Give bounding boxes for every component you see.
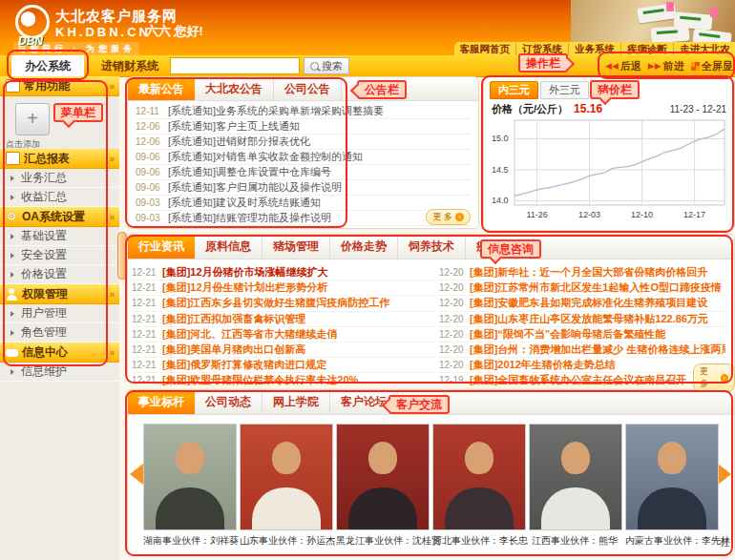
tab-price-trend[interactable]: 价格走势 bbox=[330, 235, 398, 259]
news-link[interactable]: [集团]全国畜牧系统办公室主任会议在南昌召开 bbox=[470, 373, 686, 387]
news-link[interactable]: [集团]新华社：近一个月全国大部省份猪肉价格回升 bbox=[470, 265, 707, 280]
sidebar-section-permissions[interactable]: 权限管理 » bbox=[0, 284, 119, 304]
top-link-diagnosis[interactable]: 疾病诊断 bbox=[621, 43, 674, 56]
sidebar-item-business-summary[interactable]: 业务汇总 bbox=[0, 169, 119, 188]
sidebar-item-role-management[interactable]: 角色管理 bbox=[0, 323, 119, 342]
news-link[interactable]: [集团]台州：消费增加出栏量减少 生猪价格连续上涨两周 bbox=[470, 342, 725, 357]
news-link[interactable]: [集团]12月份生猪计划出栏形势分析 bbox=[162, 280, 328, 295]
svg-text:15.0: 15.0 bbox=[492, 134, 509, 143]
partner-caption-partial: 江 bbox=[721, 536, 730, 550]
news-link[interactable]: [集团]2012年生猪价格走势总结 bbox=[470, 358, 616, 372]
tab-industry-news[interactable]: 行业资讯 bbox=[128, 235, 195, 259]
partner-photo[interactable] bbox=[432, 424, 526, 530]
header-product-photo bbox=[571, 0, 735, 48]
forward-button[interactable]: ▶▶前进 bbox=[648, 59, 684, 73]
notice-link[interactable]: [系统通知]业务系统的采购单新增采购调整摘要 bbox=[168, 104, 384, 118]
top-link-home[interactable]: 客服网首页 bbox=[454, 43, 517, 56]
news-link[interactable]: [集团]12月份猪价市场涨幅继续扩大 bbox=[162, 265, 328, 280]
news-row: 12-20[集团]安徽肥东县如期完成标准化生猪养殖项目建设 bbox=[439, 296, 725, 311]
sidebar-section-common[interactable]: 常用功能 » bbox=[0, 76, 119, 96]
news-link[interactable]: [集团]安徽肥东县如期完成标准化生猪养殖项目建设 bbox=[470, 296, 707, 310]
tab-feeding-tech[interactable]: 饲养技术 bbox=[398, 235, 466, 259]
partner-photo[interactable] bbox=[336, 424, 430, 530]
sidebar-collapse-handle[interactable] bbox=[117, 232, 127, 280]
chevron-down-icon: » bbox=[109, 81, 115, 92]
news-link[interactable]: [集团]河北、江西等省市大猪继续走俏 bbox=[162, 327, 337, 342]
tab-online-academy[interactable]: 网上学院 bbox=[262, 390, 330, 414]
notice-link[interactable]: [系统通知]结账管理功能及操作说明 bbox=[168, 211, 331, 225]
news-left-column: 12-21[集团]12月份猪价市场涨幅继续扩大 12-21[集团]12月份生猪计… bbox=[132, 265, 434, 389]
sidebar-item-basic-settings[interactable]: 基础设置 bbox=[0, 227, 119, 246]
news-row: 12-20[集团]台州：消费增加出栏量减少 生猪价格连续上涨两周 bbox=[439, 342, 725, 358]
news-date: 12-20 bbox=[439, 329, 470, 340]
add-shortcut-button[interactable]: + bbox=[15, 103, 50, 135]
svg-text:14.0: 14.0 bbox=[492, 196, 509, 205]
tab-jxc-system[interactable]: 进销财系统 bbox=[94, 55, 166, 76]
notice-link[interactable]: [系统通知]客户主页上线通知 bbox=[168, 119, 300, 134]
tab-business-models[interactable]: 事业标杆 bbox=[128, 390, 195, 414]
tab-material-info[interactable]: 原料信息 bbox=[195, 235, 262, 259]
annotation-label-operation-bar: 操作栏 bbox=[518, 53, 568, 73]
notice-link[interactable]: [系统通知]进销财部分报表优化 bbox=[168, 135, 310, 149]
notice-date: 12-06 bbox=[136, 136, 168, 147]
news-link[interactable]: [集团]俄罗斯打算修改猪肉进口规定 bbox=[162, 358, 326, 372]
top-nav: 客服网首页 订货系统 业务系统 疾病诊断 走进大北农 bbox=[454, 42, 735, 56]
carousel-prev-button[interactable] bbox=[130, 464, 143, 485]
news-more-button[interactable]: 更 多› bbox=[693, 363, 735, 392]
fullscreen-button[interactable]: 全屏显示 bbox=[691, 59, 735, 73]
sidebar-item-info-maintenance[interactable]: 信息维护 bbox=[0, 363, 119, 382]
chevron-down-icon: » bbox=[109, 212, 115, 222]
news-link[interactable]: [集团]江苏常州市新北区发生1起输入性O型口蹄疫疫情 bbox=[470, 280, 722, 295]
news-link[interactable]: [集团]欧盟母猪限位栏禁令执行率未达20% bbox=[162, 373, 358, 387]
sidebar-item-user-management[interactable]: 用户管理 bbox=[0, 304, 119, 323]
sidebar-section-reports[interactable]: 汇总报表 » bbox=[0, 149, 119, 169]
partner-photo[interactable] bbox=[240, 424, 333, 530]
tab-company-notices[interactable]: 公司公告 bbox=[274, 77, 342, 100]
annotation-label-menu-bar: 菜单栏 bbox=[53, 103, 103, 122]
sidebar-item-income-summary[interactable]: 收益汇总 bbox=[0, 188, 119, 207]
chevron-down-icon: » bbox=[109, 347, 115, 358]
notice-link[interactable]: [系统通知]建议及时系统结账通知 bbox=[168, 196, 321, 210]
search-input[interactable] bbox=[170, 57, 300, 74]
tab-farm-management[interactable]: 猪场管理 bbox=[262, 235, 330, 259]
section-title: 权限管理 bbox=[22, 286, 68, 302]
more-arrow-icon: › bbox=[455, 213, 464, 221]
tab-office-system[interactable]: 办公系统 bbox=[11, 55, 84, 76]
tab-internal-ternary[interactable]: 内三元 bbox=[490, 81, 538, 99]
news-link[interactable]: [集团]“限饲不当”会影响母猪后备繁殖性能 bbox=[470, 327, 665, 342]
tab-latest-notices[interactable]: 最新公告 bbox=[128, 77, 195, 100]
notice-link[interactable]: [系统通知]调整仓库设置中仓库编号 bbox=[168, 165, 331, 179]
tab-external-ternary[interactable]: 外三元 bbox=[540, 81, 589, 99]
news-link[interactable]: [集团]美国单月猪肉出口创新高 bbox=[162, 342, 305, 357]
sidebar-item-price-settings[interactable]: 价格设置 bbox=[0, 265, 119, 284]
sidebar-section-oa-settings[interactable]: ⚙ OA系统设置 » bbox=[0, 207, 119, 227]
partner-photo[interactable] bbox=[529, 424, 622, 530]
price-unit-label: 价格（元/公斤） bbox=[492, 102, 568, 116]
news-link[interactable]: [集团]山东枣庄山亭区发放能繁母猪补贴122.86万元 bbox=[470, 312, 708, 326]
sidebar-section-info-center[interactable]: 信息中心 » bbox=[0, 342, 119, 363]
top-link-about[interactable]: 走进大北农 bbox=[674, 43, 735, 56]
partner-photo[interactable] bbox=[625, 424, 719, 530]
carousel-next-button[interactable] bbox=[718, 464, 731, 485]
sidebar-item-security-settings[interactable]: 安全设置 bbox=[0, 246, 119, 265]
notice-link[interactable]: [系统通知]对销售单实收款金额控制的通知 bbox=[168, 150, 363, 164]
partner-photo[interactable] bbox=[143, 424, 237, 530]
notice-row: 12-06[系统通知]进销财部分报表优化 bbox=[136, 135, 471, 150]
fullscreen-icon bbox=[691, 62, 700, 71]
partner-caption: 黑龙江事业伙伴：沈桂贤 bbox=[336, 534, 428, 548]
back-button[interactable]: ◀◀后退 bbox=[605, 59, 641, 73]
notice-date: 09-03 bbox=[136, 197, 168, 208]
news-date: 12-21 bbox=[132, 267, 162, 278]
tab-company-news[interactable]: 公司动态 bbox=[195, 390, 262, 414]
news-link[interactable]: [集团]江西拟加强畜禽标识管理 bbox=[162, 312, 305, 326]
tab-dbn-notices[interactable]: 大北农公告 bbox=[195, 77, 274, 100]
doc-icon bbox=[6, 79, 20, 93]
notice-more-button[interactable]: 更 多› bbox=[426, 209, 471, 225]
notice-link[interactable]: [系统通知]客户归属功能以及操作说明 bbox=[168, 180, 342, 195]
top-link-business[interactable]: 业务系统 bbox=[569, 43, 621, 56]
notice-row: 12-11[系统通知]业务系统的采购单新增采购调整摘要 bbox=[136, 104, 471, 119]
search-button[interactable]: 搜索 bbox=[304, 57, 349, 74]
user-greeting: 六六 您好! bbox=[146, 23, 203, 40]
news-link[interactable]: [集团]江西东乡县切实做好生猪腹泻疫病防控工作 bbox=[162, 296, 389, 310]
annotation-label-customer-exchange: 客户交流 bbox=[388, 395, 450, 414]
